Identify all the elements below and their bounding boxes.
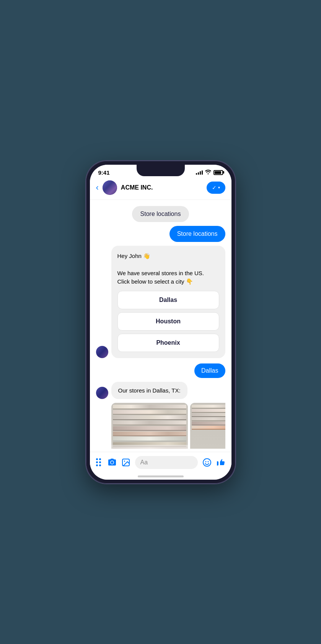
city-button-phoenix[interactable]: Phoenix xyxy=(117,334,219,352)
camera-button[interactable] xyxy=(108,458,117,467)
status-time: 9:41 xyxy=(98,169,110,176)
chat-header: ‹ ACME INC. ✓ ▾ xyxy=(90,177,231,200)
message-right-1: Store locations xyxy=(96,226,225,242)
svg-point-4 xyxy=(207,461,209,462)
message-right-dallas: Dallas xyxy=(96,363,225,378)
photo-button[interactable] xyxy=(121,458,130,467)
emoji-button[interactable] xyxy=(202,458,212,467)
signal-icon xyxy=(196,170,203,175)
battery-icon xyxy=(213,170,223,175)
user-message-dallas: Dallas xyxy=(194,363,225,378)
store-image-1[interactable] xyxy=(111,403,188,449)
phone-frame: 9:41 ‹ ACME INC xyxy=(86,161,235,483)
status-icons xyxy=(196,170,223,175)
city-button-houston[interactable]: Houston xyxy=(117,312,219,331)
checkmark-icon: ✓ xyxy=(212,185,217,191)
apps-icon[interactable] xyxy=(96,458,103,466)
contact-name: ACME INC. xyxy=(121,184,207,191)
back-button[interactable]: ‹ xyxy=(96,183,99,193)
store-image-2[interactable] xyxy=(190,403,225,449)
check-dropdown-button[interactable]: ✓ ▾ xyxy=(207,182,225,194)
message-placeholder: Aa xyxy=(140,459,148,466)
message-center-pill: Store locations xyxy=(96,206,225,222)
wifi-icon xyxy=(205,170,211,175)
svg-point-2 xyxy=(203,459,211,466)
user-message-bubble-1: Store locations xyxy=(169,226,225,242)
thumbsup-button[interactable] xyxy=(216,458,225,467)
bot-text-1: Hey John 👋We have several stores in the … xyxy=(117,252,219,286)
bot-bubble-1: Hey John 👋We have several stores in the … xyxy=(111,246,225,358)
status-bar: 9:41 xyxy=(90,165,231,177)
home-indicator xyxy=(138,475,184,477)
city-button-dallas[interactable]: Dallas xyxy=(117,291,219,309)
chevron-down-icon: ▾ xyxy=(218,185,220,190)
center-message-bubble: Store locations xyxy=(132,206,189,222)
chat-area: Store locations Store locations Hey John… xyxy=(90,200,231,452)
bot-avatar-1 xyxy=(96,346,108,358)
notch xyxy=(137,165,185,176)
bot-message-1: Hey John 👋We have several stores in the … xyxy=(96,246,225,358)
svg-point-1 xyxy=(124,461,125,462)
phone-screen: 9:41 ‹ ACME INC xyxy=(90,165,231,480)
bot-avatar-2 xyxy=(96,387,108,399)
svg-point-3 xyxy=(205,461,206,462)
message-input[interactable]: Aa xyxy=(135,456,198,469)
bot-stores-text: Our stores in Dallas, TX: xyxy=(111,382,187,399)
avatar xyxy=(103,180,117,195)
store-images-row xyxy=(111,403,225,449)
bot-message-2: Our stores in Dallas, TX: xyxy=(96,382,225,399)
